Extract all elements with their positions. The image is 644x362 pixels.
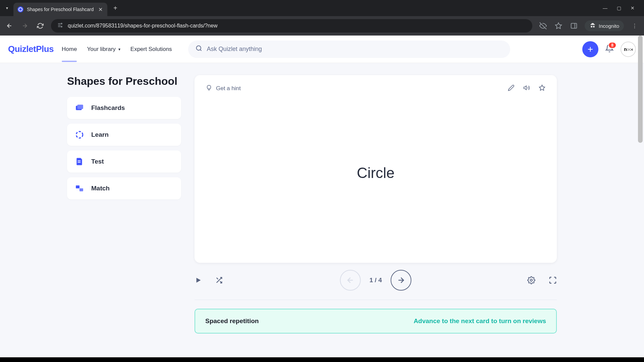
svg-point-9 <box>196 46 201 50</box>
svg-marker-20 <box>197 278 201 283</box>
play-button[interactable] <box>195 277 202 284</box>
hint-label: Get a hint <box>216 85 241 92</box>
url-bar[interactable]: quizlet.com/879583119/shapes-for-prescho… <box>51 19 532 33</box>
svg-marker-19 <box>539 85 545 90</box>
nav-home[interactable]: Home <box>62 37 77 62</box>
svg-line-10 <box>200 50 201 51</box>
mode-label: Flashcards <box>91 104 125 112</box>
svg-marker-6 <box>555 23 561 28</box>
banner-cta: Advance to the next card to turn on revi… <box>414 317 546 325</box>
mode-match[interactable]: Match <box>67 177 181 199</box>
svg-rect-12 <box>77 105 83 109</box>
create-button[interactable]: + <box>582 41 598 57</box>
get-hint-button[interactable]: Get a hint <box>206 85 241 93</box>
mode-test[interactable]: Test <box>67 150 181 173</box>
svg-rect-16 <box>76 185 79 188</box>
svg-point-24 <box>530 279 532 281</box>
url-text: quizlet.com/879583119/shapes-for-prescho… <box>68 23 526 29</box>
settings-icon[interactable] <box>527 276 535 284</box>
maximize-icon[interactable]: ▢ <box>617 5 621 11</box>
browser-menu-icon[interactable]: ⋮ <box>630 21 639 31</box>
divider <box>195 300 557 300</box>
scrollbar[interactable] <box>637 36 643 362</box>
mode-label: Test <box>91 158 104 165</box>
quizlet-logo[interactable]: QuizletPlus <box>8 44 54 54</box>
star-icon[interactable] <box>539 84 545 93</box>
prev-card-button[interactable] <box>340 270 361 291</box>
site-header: QuizletPlus Home Your library ▾ Expert S… <box>0 36 644 63</box>
svg-rect-7 <box>571 23 577 28</box>
user-avatar[interactable]: n○○‹ <box>621 42 636 57</box>
incognito-label: Incognito <box>599 23 619 29</box>
tab-search-dropdown[interactable]: ▾ <box>3 4 11 12</box>
chevron-down-icon: ▾ <box>118 47 120 52</box>
flashcards-icon <box>74 103 85 113</box>
learn-icon <box>74 130 85 140</box>
banner-title: Spaced repetition <box>205 317 259 325</box>
bottom-black-bar <box>0 357 644 362</box>
mode-label: Match <box>91 185 110 192</box>
edit-icon[interactable] <box>508 84 515 93</box>
svg-rect-14 <box>78 161 81 161</box>
side-panel-icon[interactable] <box>569 22 579 29</box>
minimize-icon[interactable]: ― <box>603 5 607 11</box>
address-bar: quizlet.com/879583119/shapes-for-prescho… <box>0 16 644 36</box>
svg-rect-17 <box>79 188 83 191</box>
search-input[interactable]: Ask Quizlet anything <box>188 41 510 58</box>
quizlet-favicon <box>17 6 23 12</box>
spaced-repetition-banner[interactable]: Spaced repetition Advance to the next ca… <box>195 309 557 334</box>
lightbulb-icon <box>206 85 212 93</box>
forward-button[interactable] <box>20 21 30 31</box>
incognito-badge[interactable]: Incognito <box>585 20 624 31</box>
svg-rect-15 <box>78 162 81 163</box>
mode-flashcards[interactable]: Flashcards <box>67 97 181 119</box>
search-icon <box>196 45 202 53</box>
audio-icon[interactable] <box>523 84 530 93</box>
next-card-button[interactable] <box>390 270 411 291</box>
search-placeholder: Ask Quizlet anything <box>207 46 262 53</box>
svg-point-3 <box>61 23 62 24</box>
fullscreen-icon[interactable] <box>549 276 557 284</box>
notification-badge: 8 <box>608 42 616 49</box>
card-term: Circle <box>357 165 394 181</box>
site-settings-icon[interactable] <box>57 22 63 29</box>
svg-point-4 <box>61 26 62 27</box>
mode-label: Learn <box>91 131 109 138</box>
test-icon <box>74 157 85 167</box>
card-progress: 1 / 4 <box>370 277 382 284</box>
flashcard[interactable]: Get a hint <box>195 75 557 263</box>
set-title: Shapes for Preschool <box>67 75 181 87</box>
svg-marker-18 <box>524 86 527 90</box>
browser-tab[interactable]: Shapes for Preschool Flashcard ✕ <box>13 3 107 16</box>
svg-line-23 <box>217 278 218 280</box>
new-tab-button[interactable]: + <box>110 2 121 14</box>
bookmark-star-icon[interactable] <box>554 22 563 29</box>
notifications-button[interactable]: 8 <box>605 44 614 55</box>
close-window-icon[interactable]: ✕ <box>631 5 635 11</box>
card-controls: 1 / 4 <box>195 269 557 291</box>
eye-off-icon[interactable] <box>538 22 548 29</box>
scrollbar-thumb[interactable] <box>638 36 643 143</box>
tab-title: Shapes for Preschool Flashcard <box>27 7 94 12</box>
nav-expert-solutions[interactable]: Expert Solutions <box>130 37 172 62</box>
nav-your-library[interactable]: Your library ▾ <box>87 37 120 62</box>
match-icon <box>74 183 85 193</box>
close-tab-icon[interactable]: ✕ <box>98 6 103 13</box>
back-button[interactable] <box>5 21 14 31</box>
mode-learn[interactable]: Learn <box>67 124 181 146</box>
window-controls: ― ▢ ✕ <box>603 5 641 11</box>
svg-point-13 <box>76 131 83 138</box>
reload-button[interactable] <box>36 21 45 31</box>
shuffle-button[interactable] <box>215 277 223 284</box>
browser-tab-bar: ▾ Shapes for Preschool Flashcard ✕ + ― ▢… <box>0 0 644 16</box>
